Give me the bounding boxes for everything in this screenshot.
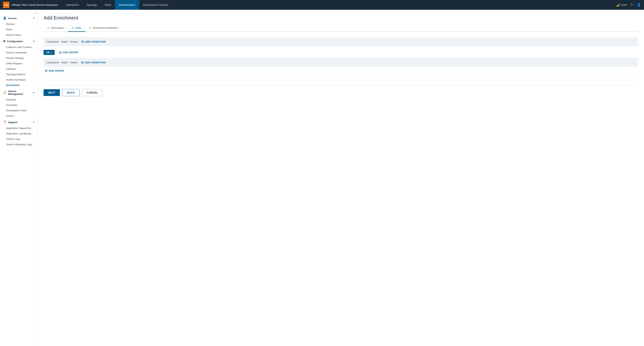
sidebar-item-enrichment[interactable]: Enrichment — [0, 82, 37, 88]
sidebar-section-access-header[interactable]: 👤 Access ▾ — [0, 15, 37, 21]
support-label: Support — [8, 121, 18, 124]
sidebar-section-support: ❓ Support ▾ Application Support Bu... Ap… — [0, 119, 37, 147]
sidebar-item-roles[interactable]: Roles — [0, 27, 37, 32]
classname-label-1: ClassName — [46, 40, 59, 43]
configuration-label: Configuration — [7, 40, 23, 43]
filter-group-1: ClassName Match Router ⊟ ADD CONDITION — [44, 37, 638, 46]
back-button[interactable]: BACK — [62, 89, 80, 96]
collapse-icon: « — [34, 11, 36, 14]
nav-item-topology[interactable]: Topology — [82, 0, 101, 10]
sidebar-collapse-button[interactable]: « — [0, 10, 37, 15]
nav-right: 🌙 DARK ? ▾ 👤 — [616, 3, 641, 7]
nav-items: Operations Topology Tasks Administration… — [62, 0, 616, 10]
sidebar-item-shared-views[interactable]: Shared Views — [0, 32, 37, 38]
add-condition-button-2[interactable]: ⊟ ADD CONDITION — [80, 60, 107, 65]
next-button[interactable]: NEXT — [44, 89, 60, 96]
user-icon: 👤 — [3, 16, 6, 20]
filter-icon: ⊟ — [82, 40, 84, 43]
divider — [44, 77, 638, 78]
app-logo: vmw VMware Telco Cloud Service Assurance — [3, 2, 58, 8]
chevron-down-icon: ▾ — [51, 51, 52, 53]
help-button[interactable]: ? ▾ — [630, 3, 634, 7]
app-name: VMware Telco Cloud Service Assurance — [11, 3, 58, 6]
filter-icon: ⊟ — [81, 61, 84, 64]
sidebar-section-access: 👤 Access ▾ Policies Roles Shared Views — [0, 15, 37, 38]
main-content: Add Enrichment 1 - Description 2 - Filte… — [38, 10, 644, 346]
chevron-down-icon: ▾ — [633, 4, 634, 6]
dark-label: DARK — [620, 3, 627, 6]
sidebar-section-alarms: 📋 Alarms Management ▾ Alarming Anomalies… — [0, 88, 37, 119]
sidebar-section-support-header[interactable]: ❓ Support ▾ — [0, 119, 37, 125]
sidebar-item-app-log[interactable]: Application Log Manag... — [0, 131, 37, 136]
sidebar-item-kafka-mappers[interactable]: Kafka Mappers — [0, 61, 37, 66]
nav-item-operations[interactable]: Operations — [62, 0, 82, 10]
sidebar-item-anomalies[interactable]: Anomalies — [0, 102, 37, 108]
sidebar-item-topology-explorer[interactable]: Topology Explorer — [0, 72, 37, 77]
add-condition-button-1[interactable]: ⊟ ADD CONDITION — [80, 39, 108, 44]
sidebar: « 👤 Access ▾ Policies Roles Shared Views… — [0, 10, 38, 346]
sidebar-item-health-dashboard[interactable]: Health Dashboard — [0, 77, 37, 82]
support-icon: ❓ — [3, 121, 6, 124]
nav-item-dashboard[interactable]: Dashboard & Reports — [139, 0, 172, 10]
sidebar-item-actions[interactable]: Actions — [0, 113, 37, 119]
type-label-2: Switch — [70, 61, 78, 64]
chevron-down-icon: ▾ — [33, 121, 34, 124]
cancel-button[interactable]: CANCEL — [82, 89, 103, 96]
sidebar-item-collectors[interactable]: Collectors and Connect... — [0, 44, 37, 50]
moon-icon: 🌙 — [616, 3, 620, 7]
chevron-down-icon: ▾ — [33, 40, 34, 42]
condition-row-1: ClassName Match Router ⊟ ADD CONDITION — [44, 37, 638, 46]
tab-filter[interactable]: 2 - Filter — [68, 24, 85, 32]
tab-enrichment-definition[interactable]: 3 - Enrichment Definition — [85, 24, 122, 32]
alarms-label: Alarms Management — [8, 90, 32, 95]
add-group-button-1[interactable]: ⊟ ADD GROUP — [58, 50, 80, 55]
classname-label-2: ClassName — [46, 61, 59, 64]
filter-icon: ⊟ — [59, 51, 62, 54]
sidebar-item-smarts-credentials[interactable]: Smarts Credentials — [0, 50, 37, 55]
user-icon: 👤 — [637, 3, 641, 7]
nav-item-administration[interactable]: Administration — [115, 0, 139, 10]
type-label-1: Router — [70, 40, 78, 43]
sidebar-item-domain-settings[interactable]: Domain Settings — [0, 55, 37, 61]
sidebar-section-alarms-header[interactable]: 📋 Alarms Management ▾ — [0, 88, 37, 97]
filter-group-2: ClassName Match Switch ⊟ ADD CONDITION ⊟… — [44, 58, 638, 73]
sidebar-section-configuration-header[interactable]: ⚙ Configuration ▾ — [0, 38, 37, 44]
or-button[interactable]: OR ▾ — [44, 50, 55, 55]
logo-box: vmw — [3, 2, 10, 8]
alarms-icon: 📋 — [3, 91, 6, 94]
sidebar-item-alarming[interactable]: Alarming — [0, 97, 37, 102]
access-label: Access — [8, 17, 17, 20]
wizard-tabs: 1 - Description 2 - Filter 3 - Enrichmen… — [44, 24, 638, 32]
top-nav: vmw VMware Telco Cloud Service Assurance… — [0, 0, 644, 10]
bottom-actions: NEXT BACK CANCEL — [44, 85, 638, 96]
filter-icon: ⊟ — [45, 69, 48, 72]
sidebar-section-configuration: ⚙ Configuration ▾ Collectors and Connect… — [0, 38, 37, 88]
sidebar-item-app-support[interactable]: Application Support Bu... — [0, 125, 37, 131]
nav-item-tasks[interactable]: Tasks — [101, 0, 115, 10]
sidebar-item-policies[interactable]: Policies — [0, 21, 37, 27]
or-group-row: OR ▾ ⊟ ADD GROUP — [44, 50, 638, 55]
add-group-button-2[interactable]: ⊟ ADD GROUP — [44, 68, 66, 73]
user-profile-button[interactable]: 👤 — [637, 3, 641, 7]
dark-mode-toggle[interactable]: 🌙 DARK — [616, 3, 627, 7]
sidebar-item-smarts-integration[interactable]: Smarts Integration Logs — [0, 142, 37, 147]
logo-text: vmw — [4, 4, 8, 6]
chevron-down-icon: ▾ — [33, 91, 34, 94]
match-label-1: Match — [62, 40, 68, 43]
app-layout: « 👤 Access ▾ Policies Roles Shared Views… — [0, 10, 644, 346]
sidebar-item-service-logs[interactable]: Service Logs — [0, 136, 37, 142]
chevron-down-icon: ▾ — [33, 17, 34, 19]
condition-row-2: ClassName Match Switch ⊟ ADD CONDITION — [44, 58, 638, 67]
page-title: Add Enrichment — [44, 15, 638, 21]
sidebar-item-catalogs[interactable]: Catalogs — [0, 66, 37, 72]
gear-icon: ⚙ — [3, 39, 6, 43]
tab-description[interactable]: 1 - Description — [44, 24, 68, 32]
sidebar-item-remediation-rules[interactable]: Remediation Rules — [0, 108, 37, 113]
match-label-2: Match — [62, 61, 68, 64]
